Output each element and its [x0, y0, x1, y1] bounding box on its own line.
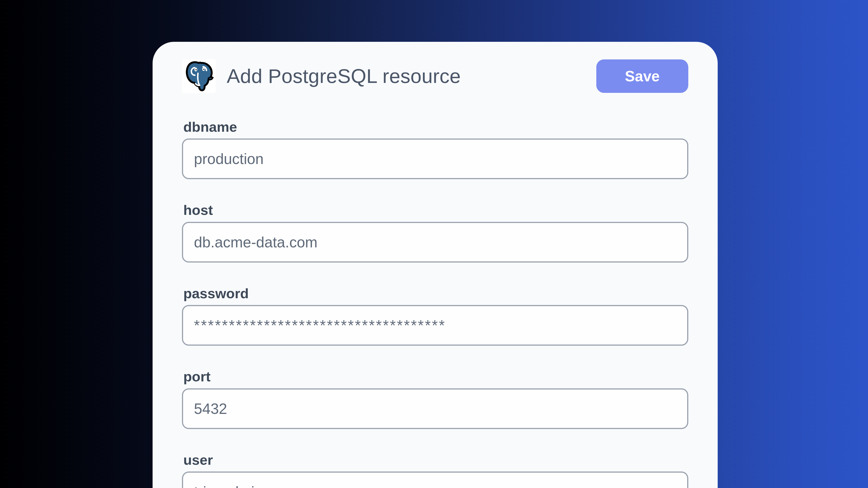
resource-form: dbname host password port user — [182, 119, 688, 488]
field-label-port: port — [183, 368, 688, 385]
password-input[interactable] — [182, 305, 688, 346]
field-label-user: user — [183, 452, 688, 468]
dbname-input[interactable] — [182, 138, 688, 179]
postgresql-elephant-icon — [183, 61, 215, 92]
user-input[interactable] — [182, 471, 688, 488]
field-label-host: host — [183, 202, 688, 219]
card-header: Add PostgreSQL resource Save — [182, 42, 688, 93]
postgresql-logo — [182, 59, 216, 93]
page-background: { "background": { "gradient_left": "#000… — [0, 0, 868, 488]
field-label-password: password — [183, 285, 688, 302]
host-input[interactable] — [182, 222, 688, 263]
add-resource-card: Add PostgreSQL resource Save dbname host… — [153, 42, 718, 488]
field-label-dbname: dbname — [183, 119, 688, 135]
port-input[interactable] — [182, 388, 688, 429]
save-button[interactable]: Save — [596, 59, 688, 93]
page-title: Add PostgreSQL resource — [227, 65, 461, 88]
